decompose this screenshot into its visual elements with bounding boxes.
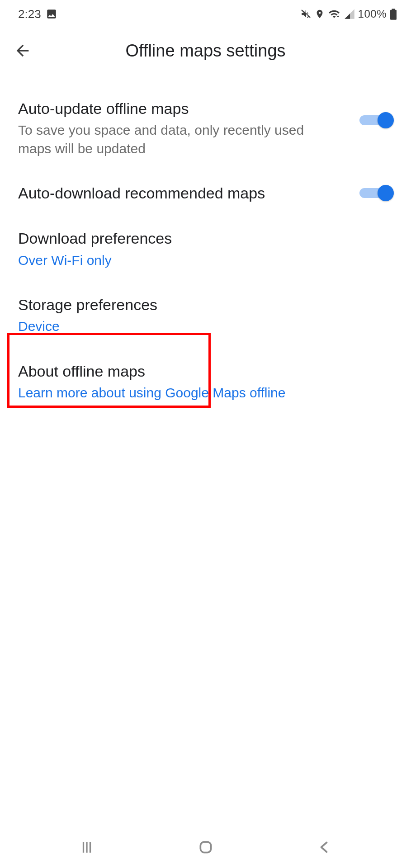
status-right: 100% (300, 8, 397, 20)
setting-auto-download[interactable]: Auto-download recommended maps (18, 170, 393, 216)
svg-rect-3 (200, 842, 211, 852)
setting-download-preferences[interactable]: Download preferences Over Wi-Fi only (18, 216, 393, 282)
nav-home-button[interactable] (192, 834, 219, 861)
setting-value: Over Wi-Fi only (18, 251, 393, 270)
status-bar: 2:23 100% (0, 0, 411, 28)
learn-more-link[interactable]: Learn more about using Google Maps offli… (18, 384, 393, 402)
wifi-icon (327, 8, 341, 20)
status-left: 2:23 (18, 7, 57, 21)
setting-title: Storage preferences (18, 295, 393, 315)
system-navigation-bar (0, 826, 411, 868)
picture-icon (46, 8, 57, 20)
setting-auto-update[interactable]: Auto-update offline maps To save you spa… (18, 86, 393, 170)
setting-title: Auto-download recommended maps (18, 183, 359, 203)
mute-vibrate-icon (300, 8, 312, 20)
setting-about-offline-maps[interactable]: About offline maps Learn more about usin… (18, 349, 393, 415)
location-icon (315, 8, 325, 20)
setting-value: Device (18, 317, 393, 336)
page-title: Offline maps settings (125, 41, 285, 61)
nav-back-button[interactable] (311, 834, 338, 861)
settings-list: Auto-update offline maps To save you spa… (0, 73, 411, 415)
auto-update-toggle[interactable] (359, 112, 391, 128)
nav-recents-button[interactable] (73, 834, 100, 861)
setting-title: Auto-update offline maps (18, 99, 359, 118)
setting-storage-preferences[interactable]: Storage preferences Device (18, 282, 393, 349)
setting-subtitle: To save you space and data, only recentl… (18, 121, 307, 158)
home-icon (197, 838, 215, 856)
arrow-back-icon (14, 42, 32, 60)
setting-title: Download preferences (18, 228, 393, 248)
status-time: 2:23 (18, 7, 41, 21)
signal-icon (344, 8, 355, 20)
app-bar: Offline maps settings (0, 28, 411, 73)
recents-icon (79, 839, 95, 855)
auto-download-toggle[interactable] (359, 185, 391, 201)
battery-percent-label: 100% (358, 8, 387, 20)
battery-icon (389, 8, 397, 20)
setting-title: About offline maps (18, 361, 393, 381)
chevron-left-icon (317, 839, 333, 855)
back-button[interactable] (11, 39, 34, 62)
